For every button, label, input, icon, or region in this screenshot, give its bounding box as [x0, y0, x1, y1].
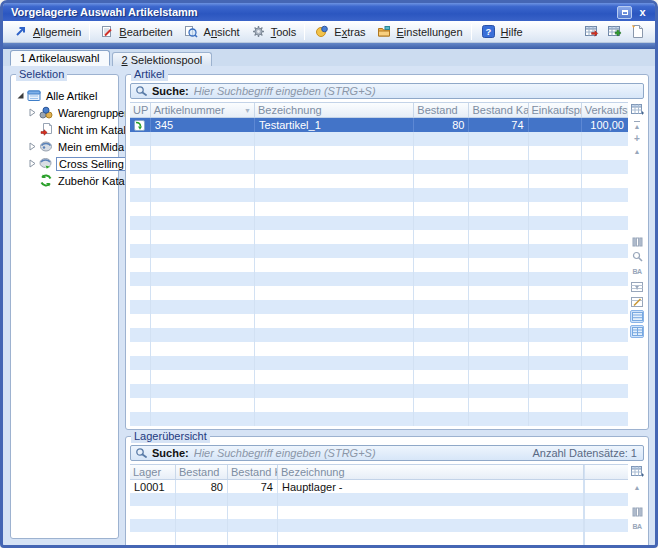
tree-item-cross-selling-katalog[interactable]: Cross Selling Katalog [14, 155, 116, 172]
record-count: Anzahl Datensätze: 1 [532, 447, 637, 459]
filter-grid-icon[interactable] [630, 280, 644, 293]
menu-extras[interactable]: Extras [308, 22, 370, 42]
table-row-empty [130, 286, 628, 300]
tab-artikelauswahl[interactable]: 1 Artikelauswahl [10, 50, 110, 66]
selektion-panel: Selektion Alle Artikel Warengruppen [10, 74, 119, 539]
folder-settings-icon [376, 24, 393, 40]
column-header-bezeichnung[interactable]: Bezeichnung [255, 103, 414, 117]
grid-export-red-icon[interactable] [583, 24, 600, 40]
column-header-bestand-kalk[interactable]: Bestand Kalk. [228, 465, 278, 479]
scroll-up-icon[interactable] [630, 145, 644, 158]
menu-hilfe[interactable]: ? Hilfe [475, 22, 528, 42]
layout-view-1-icon[interactable] [630, 310, 644, 323]
search-icon [135, 85, 147, 97]
magnifier-page-icon [183, 24, 200, 40]
restore-button[interactable] [617, 6, 632, 19]
lager-table-header: Lager Bestand Bestand Kalk. Bezeichnung [130, 465, 628, 480]
table-row-empty [130, 384, 628, 398]
table-row[interactable]: L0001 80 74 Hauptlager - [130, 480, 628, 493]
scroll-down-icon[interactable] [630, 540, 644, 548]
new-document-icon[interactable] [629, 24, 646, 40]
artikel-side-toolbar: BA [628, 102, 646, 426]
restore-icon [622, 10, 628, 15]
table-row-empty [130, 300, 628, 314]
expander-collapsed-icon[interactable] [26, 142, 38, 151]
expander-expanded-icon[interactable] [14, 91, 26, 100]
menu-bearbeiten[interactable]: Bearbeiten [93, 22, 177, 42]
add-icon[interactable] [630, 132, 644, 145]
menu-ansicht[interactable]: Ansicht [178, 22, 245, 42]
table-row-empty [130, 174, 628, 188]
table-row-empty [130, 328, 628, 342]
column-header-artikelnummer[interactable]: Artikelnummer▼ [151, 103, 255, 117]
column-header-lager[interactable]: Lager [130, 465, 176, 479]
grid-import-green-icon[interactable] [606, 24, 623, 40]
artikel-table-header: UP Artikelnummer▼ Bezeichnung Bestand Be… [130, 103, 628, 118]
table-row-empty [130, 258, 628, 272]
app-window: Vorgelagerte Auswahl Artikelstamm Allgem… [0, 0, 658, 548]
column-header-bestand[interactable]: Bestand [414, 103, 469, 117]
edit-grid-icon[interactable] [630, 295, 644, 308]
column-header-bezeichnung[interactable]: Bezeichnung [278, 465, 584, 479]
menu-einstellungen[interactable]: Einstellungen [371, 22, 468, 42]
menu-separator [89, 24, 90, 40]
window-title: Vorgelagerte Auswahl Artikelstamm [11, 6, 614, 18]
edit-page-icon [98, 24, 115, 40]
column-chooser-icon[interactable] [630, 465, 644, 478]
tree-item-zubehoer-katalog[interactable]: Zubehör Katalog [14, 172, 116, 189]
close-button[interactable] [635, 6, 650, 19]
help-icon: ? [480, 24, 497, 40]
layout-view-2-icon[interactable] [630, 325, 644, 338]
tab-strip: 1 Artikelauswahl 2 Selektionspool [3, 49, 655, 66]
expander-collapsed-icon[interactable] [26, 108, 38, 117]
arrow-ne-icon [12, 24, 29, 40]
lager-grid: Lager Bestand Bestand Kalk. Bezeichnung … [130, 464, 646, 545]
recycle-icon [38, 174, 54, 187]
columns-icon[interactable] [630, 235, 644, 248]
menu-tools[interactable]: Tools [245, 22, 302, 42]
filter-dropdown-icon[interactable]: ▼ [244, 107, 251, 114]
menu-separator [471, 24, 472, 40]
tree-item-warengruppen[interactable]: Warengruppen [14, 104, 116, 121]
empty-rows [130, 493, 628, 545]
globe-green-icon [38, 157, 54, 170]
table-row-empty [130, 272, 628, 286]
table-row-empty [130, 342, 628, 356]
column-header-verkaufspreis[interactable]: Verkaufspreis [582, 103, 628, 117]
tree-item-alle-artikel[interactable]: Alle Artikel [14, 87, 116, 104]
table-row-empty [130, 370, 628, 384]
expander-collapsed-icon[interactable] [26, 159, 38, 168]
search-icon [135, 447, 147, 459]
menu-allgemein[interactable]: Allgemein [7, 22, 86, 42]
scroll-top-icon[interactable] [630, 119, 644, 132]
column-header-einkaufspreis[interactable]: Einkaufspreis [529, 103, 582, 117]
table-row-selected[interactable]: 345 Testartikel_1 80 74 100,00 [130, 118, 628, 132]
menu-separator [304, 24, 305, 40]
scroll-up-icon[interactable] [630, 481, 644, 494]
zoom-icon[interactable] [630, 250, 644, 263]
extras-icon [313, 24, 330, 40]
tab-selektionspool[interactable]: 2 Selektionspool [112, 52, 213, 66]
all-articles-icon [26, 89, 42, 102]
best-fit-icon[interactable]: BA [630, 520, 644, 533]
tree-item-mein-emmida[interactable]: Mein emMida [14, 138, 116, 155]
artikel-panel: Artikel Suche: Hier Suchbegriff eingeben… [125, 74, 649, 430]
column-header-bestand[interactable]: Bestand [176, 465, 228, 479]
linked-article-icon [134, 120, 145, 131]
table-row-empty [130, 519, 628, 532]
not-in-catalog-icon [38, 123, 54, 136]
right-column: Artikel Suche: Hier Suchbegriff eingeben… [125, 74, 649, 539]
columns-icon[interactable] [630, 505, 644, 518]
column-chooser-icon[interactable] [630, 103, 644, 116]
artikel-search-input[interactable]: Suche: Hier Suchbegriff eingeben (STRG+S… [130, 83, 644, 99]
tree-item-nicht-im-katalog[interactable]: Nicht im Katalog [14, 121, 116, 138]
lager-search-input[interactable]: Suche: Hier Suchbegriff eingeben (STRG+S… [130, 445, 644, 461]
column-header-up[interactable]: UP [130, 103, 151, 117]
artikel-group-label: Artikel [131, 68, 168, 81]
best-fit-icon[interactable]: BA [630, 265, 644, 278]
column-header-bestand-kalk[interactable]: Bestand Kalk.. [469, 103, 528, 117]
empty-rows [130, 132, 628, 426]
product-groups-icon [38, 106, 54, 119]
svg-text:?: ? [485, 26, 491, 37]
table-row-empty [130, 202, 628, 216]
